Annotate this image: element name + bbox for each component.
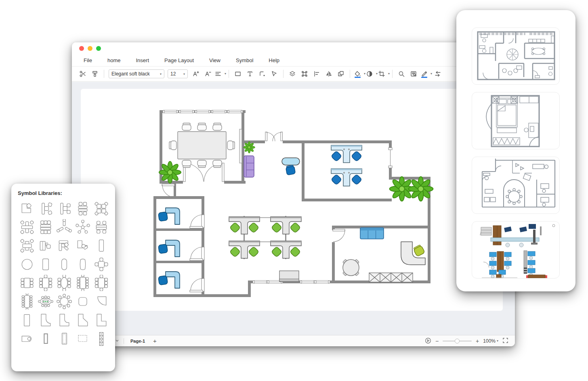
symbol-desk-2-chairs[interactable]: [55, 237, 74, 255]
format-painter-icon[interactable]: [89, 68, 101, 80]
symbol-rounded-square-table[interactable]: [74, 292, 92, 311]
menu-help[interactable]: Help: [261, 57, 287, 63]
symbol-quarter-round-table[interactable]: [92, 292, 111, 311]
symbol-table-10-seats[interactable]: [74, 274, 92, 292]
zoom-slider-thumb[interactable]: [455, 339, 460, 343]
oval-side-table[interactable]: [282, 158, 300, 165]
font-size-select[interactable]: 12▾: [168, 69, 188, 78]
office-floor-plan-thumbnail[interactable]: [472, 157, 560, 214]
zoom-slider[interactable]: [443, 341, 472, 341]
symbol-t-workstation-right[interactable]: [36, 199, 55, 218]
align-icon[interactable]: [311, 68, 322, 80]
symbol-star-cluster-5[interactable]: [74, 218, 92, 237]
arrange-icon[interactable]: [335, 68, 346, 80]
zoom-level[interactable]: 100%: [483, 338, 496, 344]
symbol-dashed-region[interactable]: [74, 329, 92, 348]
symbol-narrow-cabinet[interactable]: [36, 329, 55, 348]
symbol-l-counter-rounded[interactable]: [36, 311, 55, 329]
symbol-table-8-seats[interactable]: [36, 274, 55, 292]
private-office-desks[interactable]: [158, 208, 180, 288]
cut-icon[interactable]: [77, 68, 88, 80]
symbol-cross-table-4[interactable]: [18, 237, 36, 255]
swap-arrows-icon[interactable]: [432, 68, 443, 80]
symbol-square-table-4[interactable]: [92, 255, 111, 274]
colored-office-layout-thumbnail[interactable]: [472, 221, 560, 278]
add-page-button[interactable]: +: [147, 337, 162, 344]
symbol-round-table-8-seats[interactable]: [55, 292, 74, 311]
symbol-pinwheel-cluster-4[interactable]: [92, 199, 111, 218]
menu-home[interactable]: home: [100, 57, 128, 63]
symbol-l-counter-b[interactable]: [92, 311, 111, 329]
plant-large[interactable]: [159, 161, 181, 183]
fullscreen-icon[interactable]: [502, 337, 508, 344]
symbol-side-table[interactable]: [92, 237, 111, 255]
symbol-rounded-table[interactable]: [55, 255, 74, 274]
zoom-window-icon[interactable]: [96, 46, 101, 51]
symbol-l-counter-chamfer[interactable]: [74, 311, 92, 329]
presentation-play-icon[interactable]: [425, 337, 431, 345]
crossed-storage[interactable]: [369, 273, 413, 282]
zoom-out-button[interactable]: −: [435, 338, 439, 344]
presentation-board[interactable]: [239, 129, 242, 163]
open-workspace-cubicles[interactable]: [229, 216, 301, 259]
mirror-icon[interactable]: [323, 68, 334, 80]
menu-insert[interactable]: Insert: [128, 57, 157, 63]
zoom-caret-icon[interactable]: ▾: [497, 339, 498, 343]
menu-page-layout[interactable]: Page Layout: [157, 57, 202, 63]
symbol-keyhole-desk[interactable]: [18, 329, 36, 348]
team-desk-2[interactable]: [331, 169, 362, 186]
menu-view[interactable]: View: [202, 57, 228, 63]
symbol-cross-cluster-4[interactable]: [18, 218, 36, 237]
connector-icon[interactable]: [256, 68, 268, 80]
symbol-cabinet-workstation[interactable]: [36, 237, 55, 255]
style-select[interactable]: Elegant soft black▾: [109, 69, 164, 78]
text-align-icon[interactable]: ▾: [214, 68, 225, 80]
symbol-corner-workstation[interactable]: [18, 199, 36, 218]
line-color-icon[interactable]: ▾: [420, 68, 431, 80]
symbol-l-workstation[interactable]: [74, 237, 92, 255]
fill-color-icon[interactable]: ▾: [353, 68, 365, 80]
minimize-window-icon[interactable]: [88, 46, 92, 51]
symbol-crossed-shelving[interactable]: [92, 329, 111, 348]
symbol-table-12-seats[interactable]: [18, 292, 36, 311]
symbol-table-6-seats[interactable]: [18, 274, 36, 292]
side-table-gray[interactable]: [279, 271, 299, 282]
symbol-rect-table[interactable]: [36, 255, 55, 274]
team-desk-1[interactable]: [331, 145, 362, 163]
plant-small[interactable]: [244, 142, 255, 153]
symbol-table-8-seats-b[interactable]: [92, 274, 111, 292]
symbol-t-workstation[interactable]: [55, 199, 74, 218]
sofa-blue[interactable]: [360, 228, 384, 239]
crop-icon[interactable]: ▾: [378, 68, 389, 80]
symbol-l-counter[interactable]: [55, 311, 74, 329]
close-window-icon[interactable]: [79, 46, 84, 51]
page-tab[interactable]: Page-1: [128, 339, 147, 343]
search-icon[interactable]: [396, 68, 407, 80]
symbol-oval-table-8-seats[interactable]: [55, 274, 74, 292]
house-floor-plan-thumbnail[interactable]: [472, 27, 560, 85]
symbol-oval-table[interactable]: [74, 255, 92, 274]
symbol-double-desk-4[interactable]: [92, 218, 111, 237]
font-increase-icon[interactable]: [190, 68, 201, 80]
symbol-shelving-unit[interactable]: [55, 329, 74, 348]
symbol-back-to-back-desks-6[interactable]: [36, 218, 55, 237]
lounge-chair[interactable]: [286, 165, 296, 175]
symbol-y-cluster-3[interactable]: [55, 218, 74, 237]
symbol-conference-table-green[interactable]: [36, 292, 55, 311]
round-table[interactable]: [342, 259, 359, 276]
plant-right-2[interactable]: [409, 177, 433, 201]
shape-rect-icon[interactable]: [232, 68, 244, 80]
layers-icon[interactable]: [287, 68, 298, 80]
reception-chair[interactable]: [413, 244, 425, 257]
symbol-double-desk-4-chairs[interactable]: [74, 199, 92, 218]
symbol-round-table[interactable]: [18, 255, 36, 274]
zoom-in-button[interactable]: +: [476, 338, 479, 344]
floor-plan-page[interactable]: [81, 89, 503, 311]
conference-table[interactable]: [169, 123, 235, 167]
page-list-chevron-icon[interactable]: [115, 338, 120, 344]
find-replace-icon[interactable]: [408, 68, 419, 80]
menu-file[interactable]: File: [76, 57, 100, 63]
symbol-counter-block[interactable]: [18, 311, 36, 329]
text-tool-icon[interactable]: [244, 68, 256, 80]
sofa-purple[interactable]: [244, 156, 254, 177]
